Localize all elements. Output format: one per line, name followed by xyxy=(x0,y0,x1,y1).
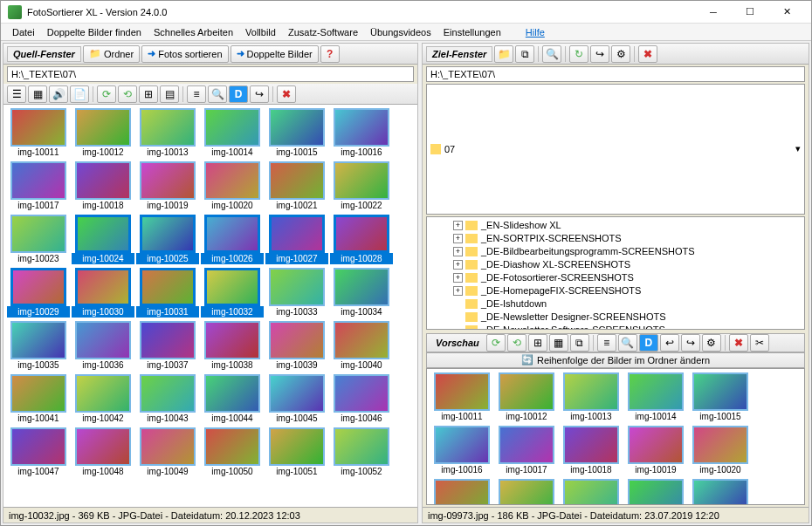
action-icon[interactable]: ↻ xyxy=(569,45,588,63)
tree-node[interactable]: +_EN-SORTPIX-SCREENSHOTS xyxy=(429,232,802,245)
thumbnail[interactable]: img-10052 xyxy=(330,427,393,477)
target-path[interactable]: H:\_TEXTE\07\ xyxy=(426,66,805,82)
menu-zusatz[interactable]: Zusatz-Software xyxy=(282,25,364,39)
export-icon[interactable]: ↪ xyxy=(250,85,269,103)
d-icon[interactable]: D xyxy=(229,85,248,103)
thumbnail[interactable]: img-10051 xyxy=(265,427,328,477)
text-icon[interactable]: 📄 xyxy=(70,85,89,103)
thumbnail[interactable]: img-10032 xyxy=(201,268,264,318)
thumbnail[interactable]: img-10040 xyxy=(330,321,393,371)
thumbnail[interactable]: img-10016 xyxy=(430,426,493,475)
menu-einstellungen[interactable]: Einstellungen xyxy=(437,25,507,39)
tree-node[interactable]: _DE-Newsletter Designer-SCREENSHOTS xyxy=(429,311,802,324)
menu-doppelte[interactable]: Doppelte Bilder finden xyxy=(41,25,148,39)
thumbnail[interactable]: img-10033 xyxy=(265,268,328,318)
thumbnail[interactable]: img-10016 xyxy=(330,108,393,158)
menu-datei[interactable]: Datei xyxy=(6,25,41,39)
view-list-icon[interactable]: ☰ xyxy=(7,85,26,103)
thumbnail[interactable]: img-10012 xyxy=(72,108,134,158)
thumbnail[interactable]: img-10031 xyxy=(136,268,199,318)
thumbnail[interactable]: img-10045 xyxy=(265,374,328,424)
export-icon[interactable]: ↪ xyxy=(681,334,700,352)
gear-icon[interactable]: ⚙ xyxy=(611,45,630,63)
help-icon[interactable]: ? xyxy=(320,45,340,63)
refresh-icon[interactable]: ⟳ xyxy=(486,334,506,352)
menu-hilfe[interactable]: Hilfe xyxy=(520,25,551,39)
source-thumbnails[interactable]: img-10011img-10012img-10013img-10014img-… xyxy=(3,105,417,507)
thumbnail[interactable]: img-10034 xyxy=(330,268,393,318)
thumbnail[interactable]: img-10046 xyxy=(330,374,393,424)
tree-node[interactable]: +_DE-Bildbearbeitungsprogramm-SCREENSHOT… xyxy=(429,245,802,258)
tree-node[interactable]: +_DE-Fotosortierer-SCREENSHOTS xyxy=(429,271,802,284)
duplicate-images-button[interactable]: ➜Doppelte Bilder xyxy=(231,45,319,63)
thumbnail[interactable]: img-10021 xyxy=(265,161,328,211)
export-icon[interactable]: ↪ xyxy=(590,45,609,63)
refresh-icon[interactable]: ⟳ xyxy=(97,85,116,103)
thumbnail[interactable]: img-10035 xyxy=(7,321,70,371)
folder-tree[interactable]: +_EN-Slideshow XL+_EN-SORTPIX-SCREENSHOT… xyxy=(426,216,805,330)
import-icon[interactable]: ↩ xyxy=(660,334,679,352)
layout-icon[interactable]: ▦ xyxy=(549,334,568,352)
thumbnail[interactable]: img-10022 xyxy=(495,479,558,506)
tree-node[interactable]: +_EN-Slideshow XL xyxy=(429,219,802,232)
menu-uebungsvideos[interactable]: Übungsvideos xyxy=(364,25,437,39)
thumbnail[interactable]: img-10023 xyxy=(7,215,70,264)
menu-vollbild[interactable]: Vollbild xyxy=(239,25,282,39)
thumbnail[interactable]: img-10028 xyxy=(330,215,393,264)
tree-node[interactable]: _DE-Ishutdown xyxy=(429,297,802,311)
grid-icon[interactable]: ⊞ xyxy=(139,85,158,103)
source-path[interactable]: H:\_TEXTE\07\ xyxy=(7,66,414,82)
list-icon[interactable]: ≡ xyxy=(187,85,206,103)
delete-icon[interactable]: ✖ xyxy=(638,45,657,63)
thumbnail[interactable]: img-10013 xyxy=(136,108,199,158)
thumbnail[interactable]: img-10029 xyxy=(7,268,70,318)
thumbnail[interactable]: img-10049 xyxy=(136,427,199,477)
thumbnail[interactable]: img-10020 xyxy=(201,161,264,211)
thumbnail[interactable]: img-10021 xyxy=(430,479,493,506)
d-icon[interactable]: D xyxy=(639,334,658,352)
thumbnail[interactable]: img-10042 xyxy=(72,374,134,424)
menu-schnelles[interactable]: Schnelles Arbeiten xyxy=(148,25,239,39)
reload-icon[interactable]: ⟲ xyxy=(507,334,526,352)
thumbnail[interactable]: img-10044 xyxy=(201,374,264,424)
sound-icon[interactable]: 🔊 xyxy=(49,85,68,103)
thumbnail[interactable]: img-10019 xyxy=(624,426,687,475)
reorder-button[interactable]: 🔄 Reihenfolge der Bilder im Ordner änder… xyxy=(426,352,805,368)
thumbnail[interactable]: img-10018 xyxy=(72,161,134,211)
thumbnail[interactable]: img-10014 xyxy=(624,372,687,422)
maximize-button[interactable]: ☐ xyxy=(733,3,767,21)
list-icon[interactable]: ≡ xyxy=(597,334,616,352)
thumbnail[interactable]: img-10030 xyxy=(72,268,134,318)
thumbnail[interactable]: img-10026 xyxy=(201,215,264,264)
thumbnail[interactable]: img-10023 xyxy=(560,479,623,506)
thumbnail[interactable]: img-10025 xyxy=(689,479,752,506)
tree-node[interactable]: +_DE-HomepageFIX-SCREENSHOTS xyxy=(429,284,802,297)
close-button[interactable]: ✕ xyxy=(769,3,804,21)
search-icon[interactable]: 🔍 xyxy=(208,85,227,103)
thumbnail[interactable]: img-10019 xyxy=(136,161,199,211)
folder-button[interactable]: 📁Ordner xyxy=(83,45,140,63)
thumbnail[interactable]: img-10025 xyxy=(136,215,199,264)
thumbnail[interactable]: img-10024 xyxy=(624,479,687,506)
window-icon[interactable]: ⧉ xyxy=(570,334,589,352)
thumbnail[interactable]: img-10041 xyxy=(7,374,70,424)
tree-node[interactable]: +_DE-Diashow XL-SCREENSHOTS xyxy=(429,258,802,271)
grid-icon[interactable]: ⊞ xyxy=(528,334,547,352)
thumbnail[interactable]: img-10022 xyxy=(330,161,393,211)
thumbnail[interactable]: img-10015 xyxy=(689,372,752,422)
search-icon[interactable]: 🔍 xyxy=(542,45,561,63)
target-thumbnails[interactable]: img-10011img-10012img-10013img-10014img-… xyxy=(426,368,805,506)
thumbnail[interactable]: img-10011 xyxy=(7,108,70,158)
thumbnail[interactable]: img-10011 xyxy=(430,372,493,422)
search-icon[interactable]: 🔍 xyxy=(618,334,637,352)
tree-node[interactable]: _DE-Newsletter Software-SCREENSHOTS xyxy=(429,324,802,330)
thumbnail[interactable]: img-10048 xyxy=(72,427,134,477)
thumbnail[interactable]: img-10043 xyxy=(136,374,199,424)
thumbnail[interactable]: img-10017 xyxy=(7,161,70,211)
sort-photos-button[interactable]: ➜Fotos sortieren xyxy=(141,45,228,63)
gear-icon[interactable]: ⚙ xyxy=(702,334,721,352)
delete-icon[interactable]: ✖ xyxy=(277,85,296,103)
thumbnail[interactable]: img-10018 xyxy=(560,426,623,475)
thumbnail[interactable]: img-10036 xyxy=(72,321,134,371)
thumbnail[interactable]: img-10039 xyxy=(265,321,328,371)
